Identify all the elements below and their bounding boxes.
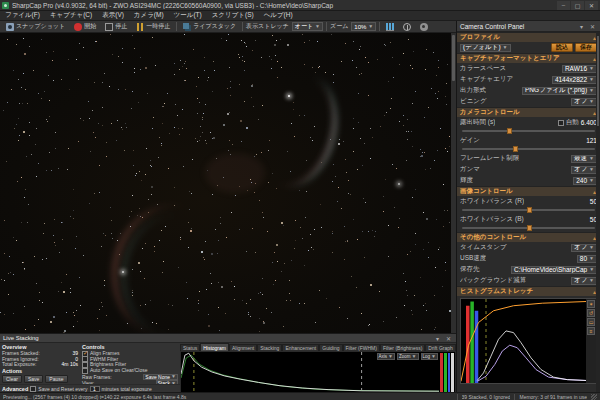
row-value-combo[interactable]: C:\HomeVideo\SharpCap▼ bbox=[511, 266, 597, 274]
resize-grip[interactable] bbox=[591, 394, 597, 400]
pin-icon[interactable]: ▾ bbox=[433, 334, 442, 343]
exposure-auto-checkbox[interactable] bbox=[558, 120, 564, 126]
row-value-combo[interactable]: PNGファイル (*.png)▼ bbox=[522, 87, 597, 95]
gain-label: ゲイン bbox=[460, 136, 480, 145]
section-header-histogram-stretch[interactable]: ヒストグラムストレッチ▲ bbox=[457, 286, 600, 296]
stretch-tool-button[interactable]: ↺ bbox=[587, 309, 595, 317]
livestack-tab[interactable]: Stacking bbox=[257, 344, 282, 351]
slider-track[interactable] bbox=[462, 130, 595, 132]
zoom-combo[interactable]: 10% ▼ bbox=[351, 22, 376, 31]
section-header-camera-controls[interactable]: カメラコントロール▲ bbox=[457, 107, 600, 117]
livestack-tab[interactable]: Filter (Brightness) bbox=[380, 344, 425, 351]
title-bar[interactable]: SharpCap Pro (v4.0.9032, 64 bit) - ZWO A… bbox=[0, 0, 600, 11]
menu-item[interactable]: カメラ(M) bbox=[129, 11, 169, 20]
camera-panel-title-bar[interactable]: Camera Control Panel ▾ ✕ bbox=[457, 21, 600, 32]
menu-item[interactable]: ツール(T) bbox=[169, 11, 207, 20]
action-button[interactable]: Clear bbox=[2, 375, 22, 383]
exposure-auto-label: 自動 bbox=[566, 118, 579, 127]
row-value-combo[interactable]: 240▼ bbox=[573, 177, 597, 185]
section-header-other-controls[interactable]: その他のコントロール▲ bbox=[457, 232, 600, 242]
channel-level-bar[interactable] bbox=[444, 353, 447, 393]
close-icon[interactable]: ✕ bbox=[588, 22, 597, 31]
menu-item[interactable]: キャプチャ(C) bbox=[45, 11, 97, 20]
snapshot-button[interactable]: スナップショット bbox=[3, 22, 68, 32]
start-capture-button[interactable]: 開始 bbox=[71, 22, 99, 32]
live-stacking-title-bar[interactable]: Live Stacking ▾ ✕ bbox=[0, 334, 456, 343]
menu-item[interactable]: ファイル(F) bbox=[0, 11, 45, 20]
row-value-combo[interactable]: 80▼ bbox=[577, 255, 597, 263]
row-label: ホワイトバランス (B) bbox=[460, 215, 524, 224]
toolbar-separator bbox=[176, 22, 177, 31]
livestack-tab[interactable]: Status bbox=[180, 344, 200, 351]
display-stretch-combo[interactable]: オート ▼ bbox=[292, 22, 323, 31]
livestack-tab[interactable]: Histogram bbox=[200, 343, 229, 351]
gain-slider[interactable] bbox=[462, 146, 595, 152]
slider-thumb[interactable] bbox=[513, 146, 518, 152]
livestack-tab[interactable]: Filter (FWHM) bbox=[343, 344, 380, 351]
row-value-combo[interactable]: 最速▼ bbox=[571, 155, 597, 163]
panel-scrollbar[interactable] bbox=[596, 32, 600, 392]
channel-level-bar[interactable] bbox=[451, 353, 454, 393]
section-header-image-controls[interactable]: 画像コントロール▲ bbox=[457, 186, 600, 196]
section-header-profile[interactable]: プロファイル▲ bbox=[457, 32, 600, 42]
stop-capture-button[interactable]: 停止 bbox=[102, 22, 130, 32]
livestack-tab[interactable]: Enhancement bbox=[282, 344, 319, 351]
reticle-button[interactable] bbox=[400, 22, 414, 32]
image-viewport[interactable] bbox=[0, 33, 456, 333]
slider-thumb[interactable] bbox=[527, 225, 532, 231]
row-value-combo[interactable]: 4144x2822▼ bbox=[552, 76, 597, 84]
row-value-combo[interactable]: オフ▼ bbox=[571, 277, 597, 285]
scrollbar-thumb[interactable] bbox=[597, 36, 599, 126]
checkbox[interactable] bbox=[82, 368, 88, 374]
exposure-slider[interactable] bbox=[462, 128, 595, 134]
livestack-tab[interactable]: Alignment bbox=[229, 344, 257, 351]
scrollbar-thumb[interactable] bbox=[452, 35, 455, 81]
histogram-button[interactable] bbox=[383, 22, 397, 32]
minimize-button[interactable]: – bbox=[557, 1, 570, 10]
menu-item[interactable]: スクリプト(S) bbox=[207, 11, 259, 20]
live-stack-histogram[interactable]: Axis▼Zoom▼Log▼ bbox=[180, 351, 456, 393]
close-icon[interactable]: ✕ bbox=[444, 334, 453, 343]
menu-item[interactable]: 表示(V) bbox=[97, 11, 129, 20]
status-preview-text: Previewing... (2567 frames (4) 10 droppe… bbox=[3, 394, 453, 400]
profile-load-button[interactable]: 読込 bbox=[551, 43, 573, 52]
display-stretch-histogram[interactable]: ✶↺▭≡ bbox=[460, 298, 597, 384]
pause-button[interactable]: 一時停止 bbox=[133, 22, 173, 32]
maximize-button[interactable]: ▢ bbox=[571, 1, 584, 10]
section-header-format[interactable]: キャプチャフォーマットとエリア▲ bbox=[457, 53, 600, 63]
histogram-tool-button[interactable]: Axis▼ bbox=[377, 353, 395, 360]
stretch-tool-button[interactable]: ≡ bbox=[587, 327, 595, 335]
row-value-combo[interactable]: オフ▼ bbox=[571, 244, 597, 252]
menu-item[interactable]: ヘルプ(H) bbox=[259, 11, 298, 20]
toolbar-separator bbox=[379, 22, 380, 31]
livestack-tab[interactable]: Guiding bbox=[319, 344, 342, 351]
pin-icon[interactable]: ▾ bbox=[577, 22, 586, 31]
stretch-tool-button[interactable]: ▭ bbox=[587, 318, 595, 326]
histogram-tool-button[interactable]: Log▼ bbox=[421, 353, 438, 360]
white-balance-slider[interactable] bbox=[462, 225, 595, 231]
row-value-combo[interactable]: オフ▼ bbox=[571, 98, 597, 106]
white-balance-slider[interactable] bbox=[462, 207, 595, 213]
slider-track[interactable] bbox=[462, 148, 595, 150]
stretch-transfer-curve[interactable] bbox=[461, 302, 586, 382]
panel-row: 保存先 C:\HomeVideo\SharpCap▼ bbox=[457, 264, 600, 275]
action-button[interactable]: Save bbox=[24, 375, 43, 383]
close-button[interactable]: ✕ bbox=[585, 1, 598, 10]
row-value-combo[interactable]: オフ▼ bbox=[571, 166, 597, 174]
stretch-tool-button[interactable]: ✶ bbox=[587, 300, 595, 308]
live-stacking-tab-area: StatusHistogramAlignmentStackingEnhancem… bbox=[180, 343, 456, 393]
histogram-tool-button[interactable]: Zoom▼ bbox=[397, 353, 418, 360]
row-value-combo[interactable]: RAW16▼ bbox=[562, 65, 597, 73]
live-stack-button[interactable]: ライブスタック bbox=[180, 22, 239, 32]
slider-thumb[interactable] bbox=[507, 128, 512, 134]
profile-save-button[interactable]: 保存 bbox=[575, 43, 597, 52]
settings-button[interactable] bbox=[417, 22, 431, 32]
channel-level-bar[interactable] bbox=[448, 353, 451, 393]
slider-thumb[interactable] bbox=[527, 207, 532, 213]
profile-combo[interactable]: (デフォルト) ▼ bbox=[460, 44, 511, 52]
status-divider bbox=[514, 394, 515, 400]
combo[interactable]: Save None▼ bbox=[143, 374, 178, 380]
channel-level-bar[interactable] bbox=[440, 353, 443, 393]
livestack-tab[interactable]: Drift Graph bbox=[425, 344, 455, 351]
action-button[interactable]: Pause bbox=[45, 375, 67, 383]
